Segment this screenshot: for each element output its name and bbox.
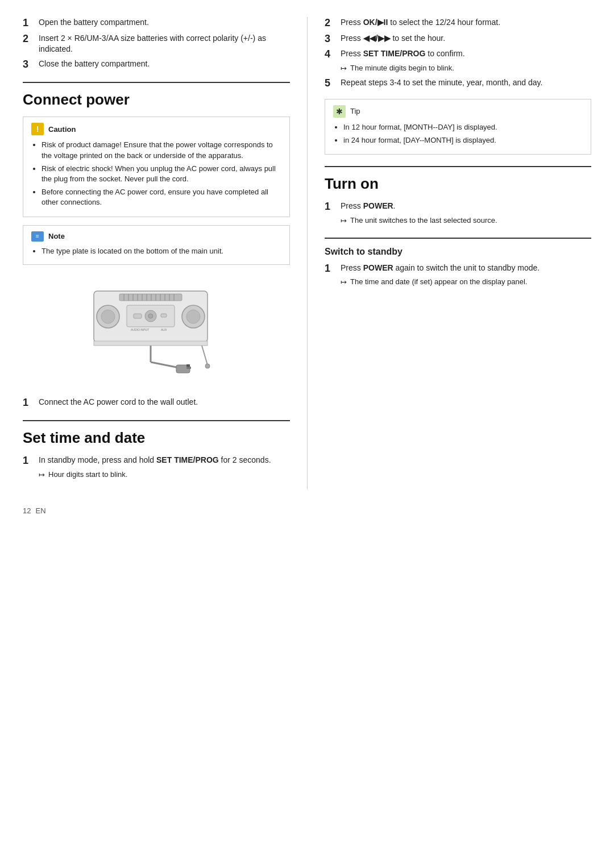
left-column: 1 Open the battery compartment. 2 Insert… [23, 17, 307, 489]
battery-step-3: 3 Close the battery compartment. [23, 59, 290, 71]
turn-on-title: Turn on [325, 175, 591, 193]
set-time-step-4: 4 Press SET TIME/PROG to confirm. ↦ The … [325, 48, 591, 74]
caution-box: ! Caution Risk of product damage! Ensure… [23, 117, 290, 217]
note-item-1: The type plate is located on the bottom … [42, 246, 281, 256]
tip-label: Tip [350, 107, 360, 115]
caution-item-3: Before connecting the AC power cord, ens… [42, 187, 281, 207]
set-time-steps-list: 1 In standby mode, press and hold SET TI… [23, 455, 290, 480]
step-text-2: Insert 2 × R6/UM-3/AA size batteries wit… [39, 33, 290, 55]
divider-set-time [23, 420, 290, 421]
step-text-r5: Repeat steps 3-4 to set the minute, year… [341, 77, 591, 89]
connect-step-num-1: 1 [23, 397, 39, 409]
caution-label: Caution [48, 125, 76, 134]
turn-on-step-text-1: Press POWER. [341, 201, 591, 212]
note-box: ≡ Note The type plate is located on the … [23, 225, 290, 265]
turn-on-steps: 1 Press POWER. ↦ The unit switches to th… [325, 201, 591, 226]
battery-steps-list: 1 Open the battery compartment. 2 Insert… [23, 17, 290, 70]
set-time-step-1-sub: ↦ Hour digits start to blink. [39, 470, 127, 480]
svg-line-27 [151, 362, 179, 368]
svg-rect-22 [161, 314, 167, 317]
battery-step-1: 1 Open the battery compartment. [23, 17, 290, 30]
turn-on-step-1: 1 Press POWER. ↦ The unit switches to th… [325, 201, 591, 226]
tip-icon: ✱ [333, 105, 346, 118]
step-text-1: Open the battery compartment. [39, 17, 290, 28]
caution-item-2: Risk of electric shock! When you unplug … [42, 164, 281, 184]
svg-text:AUX: AUX [161, 328, 167, 331]
turn-on-step-1-sub: ↦ The unit switches to the last selected… [341, 215, 497, 226]
svg-point-17 [186, 310, 200, 323]
svg-point-33 [205, 364, 210, 368]
step-num-r4: 4 [325, 48, 341, 61]
switch-standby-step-1: 1 Press POWER again to switch the unit t… [325, 263, 591, 288]
page-footer: 12 EN [23, 506, 591, 515]
divider-connect-power [23, 82, 290, 83]
tip-items: In 12 hour format, [MONTH--DAY] is displ… [333, 122, 583, 146]
right-column: 2 Press OK/▶II to select the 12/24 hour … [307, 17, 591, 489]
set-time-step-5: 5 Repeat steps 3-4 to set the minute, ye… [325, 77, 591, 90]
svg-point-20 [148, 314, 153, 318]
tip-box: ✱ Tip In 12 hour format, [MONTH--DAY] is… [325, 99, 591, 155]
battery-step-2: 2 Insert 2 × R6/UM-3/AA size batteries w… [23, 33, 290, 55]
caution-items: Risk of product damage! Ensure that the … [31, 140, 281, 207]
switch-standby-step-num-1: 1 [325, 263, 341, 275]
set-time-step-4-sub: ↦ The minute digits begin to blink. [341, 63, 454, 74]
page-language: EN [35, 506, 45, 515]
connect-step-text-1: Connect the AC power cord to the wall ou… [39, 397, 290, 408]
note-header: ≡ Note [31, 231, 281, 242]
svg-rect-30 [186, 364, 188, 367]
page-content: 1 Open the battery compartment. 2 Insert… [23, 17, 591, 489]
svg-rect-31 [188, 364, 190, 367]
tip-item-2: in 24 hour format, [DAY--MONTH] is displ… [343, 135, 583, 146]
switch-standby-step-text-1: Press POWER again to switch the unit to … [341, 263, 591, 274]
divider-switch-standby [325, 238, 591, 239]
tip-header: ✱ Tip [333, 105, 583, 118]
divider-turn-on [325, 166, 591, 167]
switch-standby-steps: 1 Press POWER again to switch the unit t… [325, 263, 591, 288]
svg-line-32 [202, 346, 208, 365]
set-time-step-num-1: 1 [23, 455, 39, 467]
svg-rect-21 [134, 314, 142, 318]
tip-item-1: In 12 hour format, [MONTH--DAY] is displ… [343, 122, 583, 132]
device-svg: AUDIO INPUT AUX [77, 274, 236, 388]
step-num-r2: 2 [325, 17, 341, 30]
page-number: 12 [23, 506, 31, 515]
switch-standby-step-1-sub: ↦ The time and date (if set) appear on t… [341, 277, 527, 288]
set-time-step-2: 2 Press OK/▶II to select the 12/24 hour … [325, 17, 591, 30]
note-label: Note [48, 232, 65, 240]
caution-header: ! Caution [31, 123, 281, 135]
connect-steps-list: 1 Connect the AC power cord to the wall … [23, 397, 290, 409]
note-icon: ≡ [31, 231, 44, 242]
set-time-cont-steps: 2 Press OK/▶II to select the 12/24 hour … [325, 17, 591, 90]
svg-rect-23 [94, 341, 208, 346]
switch-standby-title: Switch to standby [325, 247, 591, 257]
set-time-step-3: 3 Press ◀◀/▶▶ to set the hour. [325, 33, 591, 45]
step-text-3: Close the battery compartment. [39, 59, 290, 70]
step-num-3: 3 [23, 59, 39, 71]
set-time-step-text-1: In standby mode, press and hold SET TIME… [39, 455, 290, 466]
svg-text:AUDIO INPUT: AUDIO INPUT [131, 328, 149, 331]
step-text-r4: Press SET TIME/PROG to confirm. [341, 48, 591, 60]
step-num-r3: 3 [325, 33, 341, 45]
svg-rect-29 [186, 367, 191, 369]
caution-item-1: Risk of product damage! Ensure that the … [42, 140, 281, 160]
turn-on-step-num-1: 1 [325, 201, 341, 213]
connect-power-title: Connect power [23, 91, 290, 109]
set-time-step-1: 1 In standby mode, press and hold SET TI… [23, 455, 290, 480]
step-num-1: 1 [23, 17, 39, 30]
note-items: The type plate is located on the bottom … [31, 246, 281, 256]
caution-icon: ! [31, 123, 44, 135]
svg-point-15 [101, 310, 115, 323]
step-num-r5: 5 [325, 77, 341, 90]
set-time-title: Set time and date [23, 429, 290, 447]
step-text-r2: Press OK/▶II to select the 12/24 hour fo… [341, 17, 591, 28]
step-text-r3: Press ◀◀/▶▶ to set the hour. [341, 33, 591, 44]
device-illustration: AUDIO INPUT AUX [23, 274, 290, 388]
step-num-2: 2 [23, 33, 39, 45]
connect-step-1: 1 Connect the AC power cord to the wall … [23, 397, 290, 409]
